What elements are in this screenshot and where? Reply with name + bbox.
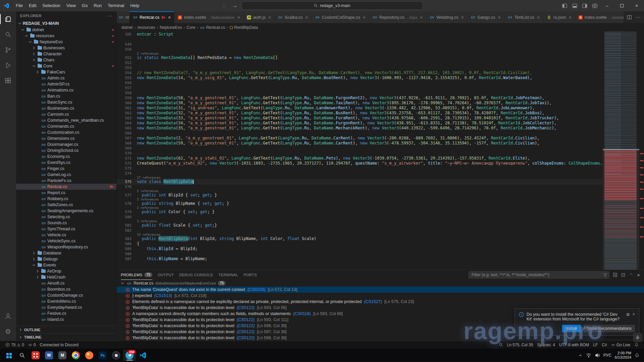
tree-file-Ban.cs[interactable]: C#Ban.cs: [16, 93, 116, 99]
code-line-583[interactable]: 583 public RentBlipData(int BlipId, stri…: [117, 236, 602, 241]
taskbar-clock[interactable]: 2:09 PM 6/13/2024: [615, 351, 631, 360]
close-icon[interactable]: ×: [268, 15, 271, 20]
app-icon-grid[interactable]: [29, 350, 42, 361]
tab-Wedding-cs[interactable]: C#Wedding.cs×: [427, 11, 467, 23]
group-by-icon[interactable]: [613, 273, 617, 277]
code-line-559[interactable]: 559new RentZoneData(58, "a_m_y_genstreet…: [117, 96, 602, 101]
nav-back-icon[interactable]: ←: [221, 3, 228, 8]
code-line-574[interactable]: 574: [117, 171, 602, 176]
code-line-584[interactable]: 584{: [117, 241, 602, 246]
taskbar-search-icon[interactable]: [16, 350, 29, 361]
maximize-button[interactable]: [614, 0, 629, 11]
start-button[interactable]: [2, 350, 15, 361]
code-line-560[interactable]: 560new RentZoneData(30, "a_m_y_genstreet…: [117, 101, 602, 106]
tab-ru-json[interactable]: {}ru.json×: [543, 11, 575, 23]
codelens-references[interactable]: 17 references: [137, 176, 160, 179]
minimize-button[interactable]: –: [600, 0, 614, 11]
code-line-558[interactable]: 558: [117, 90, 602, 96]
menu-view[interactable]: View: [63, 0, 79, 11]
indentation-status[interactable]: Spaces: 4: [535, 341, 557, 349]
code-line-573[interactable]: 573: [117, 166, 602, 171]
code-line-557[interactable]: 557: [117, 85, 602, 90]
codelens-references[interactable]: 1 reference: [137, 220, 157, 223]
command-center-search[interactable]: redage_v3-main: [242, 1, 423, 10]
tree-file-SeatingArrangements.cs[interactable]: C#SeatingArrangements.cs: [16, 208, 116, 214]
breadcrumb-item-Core[interactable]: Core: [187, 25, 195, 30]
outline-section[interactable]: OUTLINE: [16, 326, 116, 333]
code-line-581[interactable]: 581 public float Scale { set; get;}: [117, 223, 602, 228]
tree-file-Finger.cs[interactable]: C#Finger.cs: [16, 166, 116, 172]
close-icon[interactable]: ×: [461, 15, 464, 20]
close-icon[interactable]: ×: [305, 15, 308, 20]
code-line-571[interactable]: 571new RentZoneData(62, "a_m_y_stwhi_02"…: [117, 156, 602, 161]
panel-tab-ports[interactable]: PORTS: [244, 270, 257, 280]
tree-file-Businesses.cs[interactable]: C#Businesses.cs: [16, 105, 116, 111]
menu-run[interactable]: Run: [91, 0, 105, 11]
code-line-564[interactable]: 564new RentZoneData(34, "a_m_y_genstreet…: [117, 121, 602, 126]
error-code-link[interactable]: (CS0103): [247, 287, 265, 292]
menu-go[interactable]: Go: [79, 0, 91, 11]
codelens-references[interactable]: 2 references: [137, 52, 159, 55]
tree-file-SafeZones.cs[interactable]: C#SafeZones.cs: [16, 202, 116, 208]
error-code-link[interactable]: (CS0122): [237, 317, 255, 322]
language-mode-status[interactable]: C#: [600, 341, 609, 349]
menu-selection[interactable]: Selection: [39, 0, 63, 11]
tree-folder-FakeCars[interactable]: FakeCars: [16, 69, 116, 75]
toggle-sidebar-icon[interactable]: [559, 0, 569, 11]
close-icon[interactable]: ×: [363, 15, 365, 20]
tree-folder-Character[interactable]: Character: [16, 51, 116, 57]
close-icon[interactable]: ×: [498, 15, 501, 20]
photoshop-icon[interactable]: Ps: [96, 350, 109, 361]
menu-edit[interactable]: Edit: [26, 0, 39, 11]
code-line-570[interactable]: 570: [117, 151, 602, 156]
code-line-563[interactable]: 563new RentZoneData(33, "a_m_y_genstreet…: [117, 116, 602, 121]
timeline-section[interactable]: TIMELINE: [16, 333, 116, 341]
menu-help[interactable]: Help: [127, 0, 142, 11]
extensions-icon[interactable]: [0, 73, 16, 88]
nav-forward-icon[interactable]: →: [232, 3, 238, 8]
microphone-button[interactable]: [633, 333, 642, 342]
toggle-secondary-sidebar-icon[interactable]: [580, 0, 590, 11]
code-line-562[interactable]: 562new RentZoneData(32, "a_m_y_genstreet…: [117, 111, 602, 116]
tree-root[interactable]: REDAGE_V3-MAIN: [16, 20, 116, 27]
code-line-568[interactable]: 568new RentZoneData(59, "a_m_y_genstreet…: [117, 141, 602, 146]
tree-file-Commands.cs[interactable]: C#Commands.cs: [16, 123, 116, 129]
breadcrumb-item-dotnet[interactable]: dotnet: [121, 25, 133, 30]
maximize-panel-icon[interactable]: [629, 272, 634, 278]
problems-filter-input[interactable]: [468, 271, 609, 279]
vscode-icon[interactable]: [137, 350, 149, 361]
code-editor[interactable]: 105entcar : Script5495502 references551i…: [117, 32, 644, 269]
code-line-580[interactable]: 580: [117, 215, 602, 220]
tree-file-Animations.cs[interactable]: C#Animations.cs: [16, 87, 116, 93]
tree-file-Festive.cs[interactable]: C#Festive.cs: [16, 310, 116, 316]
notification-center-icon[interactable]: [635, 353, 639, 358]
tab-auth-js[interactable]: JSauth.js×: [244, 11, 275, 23]
code-line-577[interactable]: 577 public int BlipId { set; get; }: [117, 193, 602, 198]
obs-icon[interactable]: [110, 350, 122, 361]
code-line-553[interactable]: 553: [117, 65, 602, 70]
discord-status[interactable]: Connected to Discord: [38, 341, 81, 349]
breadcrumb-item-Rentcar.cs[interactable]: C#Rentcar.cs: [200, 25, 225, 30]
close-panel-icon[interactable]: ×: [637, 272, 640, 278]
language-indicator[interactable]: РУС: [603, 353, 611, 358]
problem-row[interactable]: } expected(CS1513)[Ln 572, Col 218]: [117, 293, 644, 299]
tree-folder-Core[interactable]: Core●: [16, 63, 116, 69]
tree-file-Island.cs[interactable]: C#Island.cs: [16, 316, 116, 322]
code-line-575[interactable]: 575vate class RentBlipData: [117, 179, 602, 184]
code-line-566[interactable]: 566: [117, 131, 602, 136]
tree-file-Report.cs[interactable]: C#Report.cs: [16, 190, 116, 196]
tree-folder-Database[interactable]: Database: [16, 250, 116, 256]
tab-Rentcar-cs[interactable]: C#Rentcar.cs9+×: [130, 11, 175, 23]
go-live-status[interactable]: Go Live: [609, 341, 632, 349]
tree-file-Carroom.cs[interactable]: C#Carroom.cs: [16, 111, 116, 117]
tab-index-svelte[interactable]: Sindex.svelte...\fadecontainer×: [175, 11, 244, 23]
app-icon-m[interactable]: M: [56, 350, 69, 361]
tray-chevron-up-icon[interactable]: [578, 353, 583, 358]
tree-folder-AirDrop[interactable]: AirDrop: [16, 268, 116, 274]
tab-CustomColShape-cs[interactable]: C#CustomColShape.cs×: [312, 11, 369, 23]
panel-tab-output[interactable]: OUTPUT: [158, 270, 174, 280]
close-icon[interactable]: ×: [420, 15, 423, 20]
tree-file-Admin.cs[interactable]: C#Admin.cs: [16, 75, 116, 81]
tree-file-Sounds.cs[interactable]: C#Sounds.cs: [16, 220, 116, 226]
code-line-552[interactable]: 552: [117, 60, 602, 65]
